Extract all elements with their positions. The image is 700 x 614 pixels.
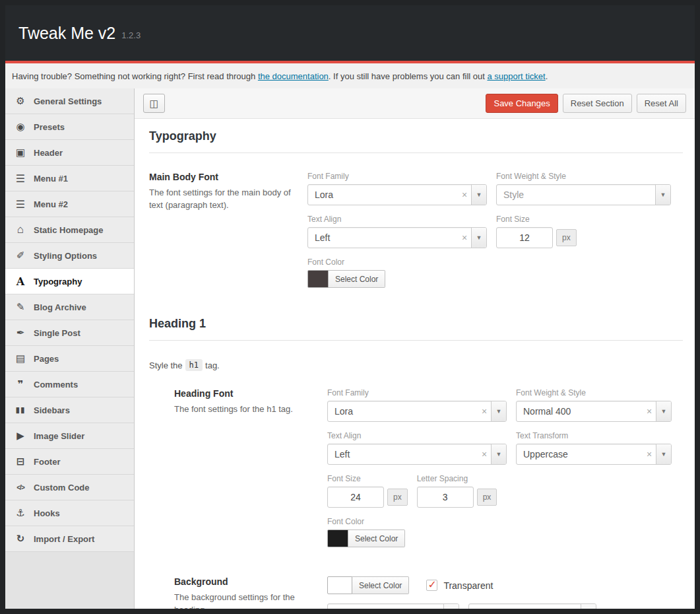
app-header: Tweak Me v2 1.2.3 [5, 5, 695, 63]
select-color-button[interactable]: Select Color [352, 576, 409, 594]
transparent-label: Transparent [443, 580, 493, 591]
save-changes-button[interactable]: Save Changes [486, 94, 557, 113]
sidebar-item-import-export[interactable]: ↻ Import / Export [5, 526, 134, 552]
chevron-down-icon[interactable] [655, 185, 670, 205]
color-swatch[interactable] [327, 576, 352, 594]
footer-icon: ⊟ [15, 456, 26, 467]
presets-icon: ◉ [15, 121, 26, 133]
sidebar-item-styling-options[interactable]: ✐ Styling Options [5, 243, 134, 269]
clear-icon[interactable] [643, 449, 656, 460]
font-size-input[interactable] [327, 487, 384, 508]
reset-all-button[interactable]: Reset All [637, 94, 686, 113]
font-family-select[interactable]: Lora [307, 184, 487, 205]
chevron-down-icon[interactable] [443, 604, 459, 609]
section-title-heading-1: Heading 1 [149, 317, 683, 341]
clear-icon[interactable] [458, 189, 471, 200]
sidebar-item-label: Sidebars [34, 405, 70, 415]
font-family-select[interactable]: Lora [327, 401, 507, 422]
sidebar-item-label: Header [34, 148, 63, 158]
sidebars-icon: ▮▮ [15, 405, 26, 415]
setting-info: Heading Font The font settings for the h… [174, 388, 327, 547]
sidebar-item-label: Footer [34, 457, 60, 467]
font-color-control: Font Color Select Color [307, 257, 683, 288]
text-transform-select[interactable]: Uppercase [516, 444, 672, 465]
font-size-input[interactable] [496, 227, 553, 248]
sidebar-item-menu-1[interactable]: ☰ Menu #1 [5, 166, 134, 191]
text-align-control: Text Align Left [307, 215, 487, 248]
letter-spacing-input[interactable] [417, 487, 474, 508]
sidebar-item-typography[interactable]: A Typography [5, 269, 134, 294]
documentation-link[interactable]: the documentation [258, 71, 329, 81]
clear-icon[interactable] [478, 406, 491, 417]
letter-spacing-group: px [417, 487, 497, 508]
sidebar-item-label: Import / Export [34, 534, 94, 544]
clear-icon[interactable] [643, 406, 656, 417]
background-size-select[interactable]: Background Size [468, 603, 596, 609]
select-color-button[interactable]: Select Color [348, 529, 405, 547]
sync-icon: ↻ [15, 533, 26, 545]
letter-spacing-control: Letter Spacing px [417, 474, 497, 508]
setting-description: The font settings for the h1 tag. [174, 403, 318, 416]
clear-icon[interactable] [478, 449, 491, 460]
sidebar-item-pages[interactable]: ▤ Pages [5, 346, 134, 372]
font-family-control: Font Family Lora [307, 172, 487, 205]
sidebar-item-image-slider[interactable]: ▶ Image Slider [5, 423, 134, 449]
text-align-select[interactable]: Left [327, 444, 507, 465]
font-size-group: px [327, 487, 408, 508]
font-size-label: Font Size [496, 215, 577, 224]
color-picker: Select Color [327, 576, 409, 594]
sidebar-item-header[interactable]: ▣ Header [5, 140, 134, 166]
sidebar-item-label: General Settings [34, 96, 102, 106]
panel-toggle-button[interactable]: ◫ [143, 94, 165, 113]
chevron-down-icon[interactable] [471, 185, 486, 205]
heading1-intro: Style the h1 tag. [149, 359, 683, 371]
transparent-checkbox[interactable] [426, 580, 437, 591]
sidebar-item-blog-archive[interactable]: ✎ Blog Archive [5, 294, 134, 320]
sidebar-item-static-homepage[interactable]: ⌂ Static Homepage [5, 217, 134, 243]
sidebar-item-label: Hooks [34, 508, 60, 518]
font-weight-select[interactable]: Style [496, 184, 671, 205]
color-swatch[interactable] [307, 270, 329, 288]
color-swatch[interactable] [327, 529, 348, 547]
font-weight-select[interactable]: Normal 400 [516, 401, 672, 422]
menu-icon: ☰ [15, 172, 26, 185]
text-align-label: Text Align [307, 215, 487, 224]
chevron-down-icon[interactable] [491, 444, 506, 464]
select-color-button[interactable]: Select Color [329, 270, 385, 288]
sidebar-item-comments[interactable]: ❞ Comments [5, 372, 134, 397]
sidebar-item-presets[interactable]: ◉ Presets [5, 114, 134, 140]
comments-icon: ❞ [15, 378, 26, 390]
clear-icon[interactable] [458, 232, 471, 243]
notice-text: . If you still have problems you can fil… [329, 71, 488, 81]
setting-heading-font: Heading Font The font settings for the h… [174, 388, 683, 547]
select-value: Lora [328, 406, 478, 417]
unit-label: px [477, 489, 497, 506]
reset-section-button[interactable]: Reset Section [563, 94, 632, 113]
sidebar-item-label: Styling Options [34, 251, 97, 261]
chevron-down-icon[interactable] [471, 228, 486, 248]
notice-text: Having trouble? Something not working ri… [12, 71, 258, 81]
sidebar-item-label: Blog Archive [34, 302, 86, 312]
sidebar-item-custom-code[interactable]: </> Custom Code [5, 475, 134, 500]
font-size-group: px [496, 227, 577, 248]
background-repeat-select[interactable]: Repeat All [327, 603, 459, 609]
font-weight-label: Font Weight & Style [496, 172, 671, 181]
sidebar-item-footer[interactable]: ⊟ Footer [5, 449, 134, 475]
select-value: Left [308, 232, 458, 243]
sidebar-item-single-post[interactable]: ✒ Single Post [5, 320, 134, 346]
gears-icon: ⚙ [15, 95, 26, 107]
sidebar-item-menu-2[interactable]: ☰ Menu #2 [5, 191, 134, 217]
intro-text: Style the [149, 360, 183, 370]
sidebar-item-hooks[interactable]: ⚓ Hooks [5, 500, 134, 526]
sidebar-item-general-settings[interactable]: ⚙ General Settings [5, 88, 134, 114]
sidebar-item-sidebars[interactable]: ▮▮ Sidebars [5, 397, 134, 423]
chevron-down-icon[interactable] [491, 401, 506, 421]
sidebar-item-label: Presets [34, 122, 65, 132]
support-ticket-link[interactable]: a support ticket [487, 71, 545, 81]
chevron-down-icon[interactable] [656, 401, 671, 421]
select-value: Lora [308, 189, 458, 200]
text-align-select[interactable]: Left [307, 227, 487, 248]
text-align-label: Text Align [327, 431, 507, 440]
chevron-down-icon[interactable] [656, 444, 671, 464]
chevron-down-icon[interactable] [581, 604, 596, 609]
